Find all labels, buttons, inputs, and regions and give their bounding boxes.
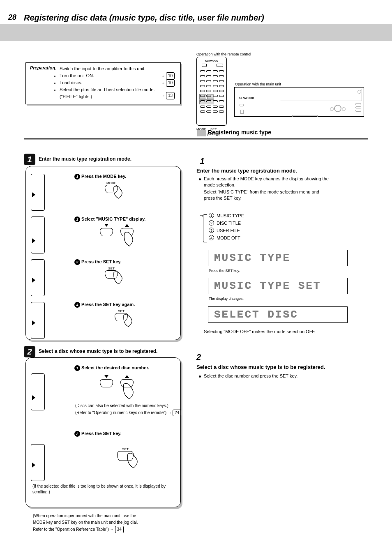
finger-press-icon [111, 184, 130, 201]
step2-sub1c: (Refer to "Operating numeric keys on the… [75, 410, 182, 416]
mini-remote-icon [31, 259, 45, 296]
mini-remote-icon [31, 174, 45, 211]
prep-item: Load discs. →10 [60, 79, 176, 86]
finger-press-icon [120, 313, 140, 329]
finger-press-icon [120, 382, 141, 402]
mainunit-brand: KENWOOD [239, 97, 254, 99]
finger-press-icon [121, 230, 141, 249]
step2-toolong: (If the selected disc title is too long … [32, 484, 176, 495]
mode-button-illustration: MODE [105, 181, 118, 193]
right-text-2: Select the disc number and press the SET… [204, 373, 368, 379]
right-heading-2: Select a disc whose music type is to be … [196, 364, 365, 370]
step-2-note: Select a disc whose music type is to be … [39, 348, 178, 354]
step1-sub1: 1 Press the MODE key. [74, 174, 165, 180]
page-ref: →10 [161, 79, 175, 87]
enum-item: DISC TITLE [217, 221, 241, 226]
step2-sub1b: (Discs can also be selected with the num… [75, 403, 178, 409]
step-1-note: Enter the music type registration mode. [39, 156, 131, 162]
step2-sub2: 2 Press the SET key. [74, 431, 165, 437]
finger-press-icon [111, 270, 130, 286]
mini-remote-icon [31, 216, 45, 253]
mainunit-illustration: KENWOOD [234, 87, 364, 117]
set-button-illustration: SET [117, 447, 134, 461]
step1-sub2: 2 Select "MUSIC TYPE" display. [74, 216, 165, 222]
step-2-panel: 1 Select the desired disc number. (Discs… [25, 357, 181, 507]
set-button-illustration: SET [115, 309, 128, 321]
bullet-icon [199, 375, 201, 378]
footer-note: (When operation is performed with the ma… [33, 513, 181, 533]
mini-remote-icon [31, 373, 45, 410]
enum-item: MODE OFF [217, 235, 240, 240]
lcd-caption: Press the SET key. [209, 269, 240, 273]
set-button-illustration: SET [105, 267, 118, 279]
page-ref: →10 [161, 72, 175, 80]
prep-item: Switch the input to the amplifier to thi… [60, 65, 176, 72]
finger-press-icon [125, 451, 146, 470]
preparation-box: Preparation Switch the input to the ampl… [25, 62, 181, 104]
enum-item: MUSIC TYPE [217, 213, 244, 218]
mini-remote-icon [31, 302, 45, 339]
remote-illustration: KENWOOD [196, 57, 227, 126]
step1-sub3: 3 Press the SET key. [74, 259, 165, 265]
lcd-display: MUSIC TYPE [208, 250, 348, 266]
bracket-icon [203, 214, 207, 242]
bullet-icon [199, 178, 201, 180]
page-number: 28 [8, 13, 16, 22]
header-band [0, 24, 392, 41]
lcd-caption: The display changes. [209, 297, 244, 301]
right-note: Selecting "MODE OFF" makes the mode sele… [204, 329, 368, 335]
step-badge-1: 1 [24, 154, 35, 165]
mini-remote-icon [31, 444, 45, 481]
enum-item: USER FILE [217, 228, 240, 233]
step2-sub1: 1 Select the desired disc number. [74, 365, 177, 371]
preparation-label: Preparation [30, 65, 55, 70]
step-1-panel: 1 Press the MODE key. MODE 2 Select "MUS… [25, 166, 181, 340]
lcd-display: MUSIC TYPE SET [208, 278, 348, 294]
divider [196, 347, 368, 347]
step-badge-2: 2 [24, 346, 35, 357]
step-badge-1-right: 1 [196, 155, 208, 167]
page-ref: →13 [161, 92, 175, 99]
arrow-icon [200, 214, 204, 218]
section-marker [197, 130, 206, 136]
lcd-display: SELECT DISC [208, 306, 348, 323]
right-text: Select "MUSIC TYPE" from the mode select… [204, 189, 368, 202]
step-badge-2-right: 2 [196, 352, 201, 362]
prep-item: Turn the unit ON. →10 [60, 72, 176, 79]
right-heading-1: Enter the music type registration mode. [196, 168, 297, 174]
section-rule [24, 138, 368, 140]
page: 28 EN Registering disc data (music type,… [0, 0, 392, 555]
remote-heading: Operation with the remote control [196, 52, 251, 56]
mainunit-display [280, 89, 362, 101]
step1-sub4: 4 Press the SET key again. [74, 302, 165, 308]
remote-brand: KENWOOD [205, 60, 218, 62]
page-title: Registering disc data (music type, disc … [24, 13, 264, 23]
prep-item: Select the plus file and best selection … [60, 86, 176, 100]
jog-dial-icon [334, 105, 341, 112]
section-heading: Registering music type [208, 129, 271, 136]
right-text: Each press of the MODE key changes the d… [204, 176, 368, 189]
mainunit-heading: Operation with the main unit [235, 82, 281, 86]
